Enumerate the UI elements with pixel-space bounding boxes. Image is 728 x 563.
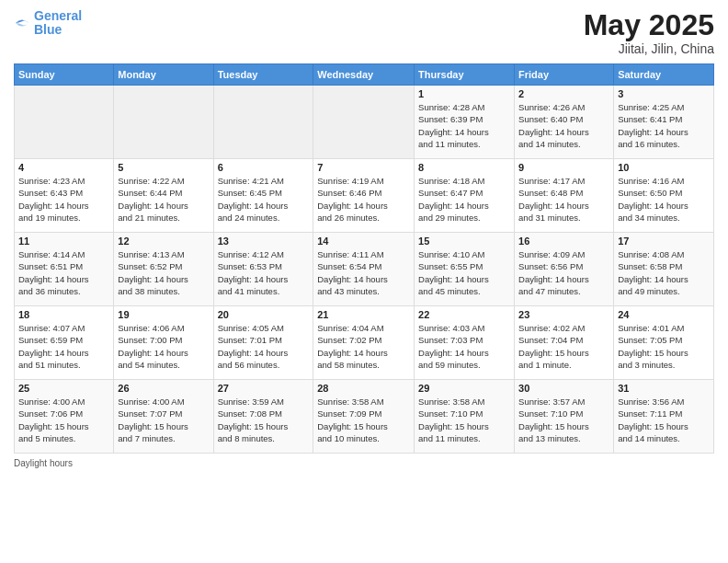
calendar-week-1: 4Sunrise: 4:23 AM Sunset: 6:43 PM Daylig… <box>15 159 714 233</box>
calendar-cell: 1Sunrise: 4:28 AM Sunset: 6:39 PM Daylig… <box>415 86 515 159</box>
logo-line1: General <box>34 9 82 23</box>
day-info: Sunrise: 4:01 AM Sunset: 7:05 PM Dayligh… <box>618 322 710 371</box>
calendar-cell: 20Sunrise: 4:05 AM Sunset: 7:01 PM Dayli… <box>213 306 313 380</box>
day-info: Sunrise: 3:56 AM Sunset: 7:11 PM Dayligh… <box>618 396 710 444</box>
subtitle: Jiitai, Jilin, China <box>584 41 714 56</box>
day-info: Sunrise: 4:10 AM Sunset: 6:55 PM Dayligh… <box>418 248 510 297</box>
footer-note: Daylight hours <box>14 458 714 468</box>
calendar-cell: 18Sunrise: 4:07 AM Sunset: 6:59 PM Dayli… <box>15 306 114 380</box>
calendar-cell: 23Sunrise: 4:02 AM Sunset: 7:04 PM Dayli… <box>515 306 614 380</box>
day-info: Sunrise: 4:00 AM Sunset: 7:07 PM Dayligh… <box>118 396 209 444</box>
main-title: May 2025 <box>584 9 714 41</box>
calendar-cell: 24Sunrise: 4:01 AM Sunset: 7:05 PM Dayli… <box>614 306 714 380</box>
calendar-cell: 10Sunrise: 4:16 AM Sunset: 6:50 PM Dayli… <box>614 159 714 233</box>
page: General Blue May 2025 Jiitai, Jilin, Chi… <box>0 0 728 563</box>
day-info: Sunrise: 4:22 AM Sunset: 6:44 PM Dayligh… <box>118 175 209 224</box>
day-number: 29 <box>418 383 510 394</box>
day-info: Sunrise: 3:57 AM Sunset: 7:10 PM Dayligh… <box>518 396 609 444</box>
calendar-cell: 8Sunrise: 4:18 AM Sunset: 6:47 PM Daylig… <box>415 159 515 233</box>
day-number: 16 <box>518 236 609 247</box>
calendar-header-tuesday: Tuesday <box>213 64 313 86</box>
calendar-cell: 17Sunrise: 4:08 AM Sunset: 6:58 PM Dayli… <box>614 233 714 306</box>
day-number: 5 <box>118 162 209 173</box>
day-number: 21 <box>317 309 410 320</box>
day-number: 2 <box>518 88 609 99</box>
day-info: Sunrise: 4:09 AM Sunset: 6:56 PM Dayligh… <box>518 248 609 297</box>
day-info: Sunrise: 4:07 AM Sunset: 6:59 PM Dayligh… <box>18 322 109 371</box>
logo-icon <box>14 15 30 31</box>
day-info: Sunrise: 4:16 AM Sunset: 6:50 PM Dayligh… <box>618 175 710 224</box>
day-info: Sunrise: 4:17 AM Sunset: 6:48 PM Dayligh… <box>518 175 609 224</box>
day-info: Sunrise: 4:19 AM Sunset: 6:46 PM Dayligh… <box>317 175 410 224</box>
calendar-cell <box>15 86 114 159</box>
day-number: 11 <box>18 236 109 247</box>
calendar-cell: 22Sunrise: 4:03 AM Sunset: 7:03 PM Dayli… <box>415 306 515 380</box>
day-info: Sunrise: 4:14 AM Sunset: 6:51 PM Dayligh… <box>18 248 109 297</box>
calendar-cell: 31Sunrise: 3:56 AM Sunset: 7:11 PM Dayli… <box>614 380 714 454</box>
day-info: Sunrise: 4:03 AM Sunset: 7:03 PM Dayligh… <box>418 322 510 371</box>
day-number: 27 <box>218 383 310 394</box>
calendar-header-wednesday: Wednesday <box>313 64 415 86</box>
day-info: Sunrise: 4:26 AM Sunset: 6:40 PM Dayligh… <box>518 101 609 150</box>
calendar-week-0: 1Sunrise: 4:28 AM Sunset: 6:39 PM Daylig… <box>15 86 714 159</box>
calendar-header-row: SundayMondayTuesdayWednesdayThursdayFrid… <box>15 64 714 86</box>
day-info: Sunrise: 4:21 AM Sunset: 6:45 PM Dayligh… <box>218 175 310 224</box>
calendar-cell: 13Sunrise: 4:12 AM Sunset: 6:53 PM Dayli… <box>213 233 313 306</box>
calendar-header-thursday: Thursday <box>415 64 515 86</box>
calendar-cell: 19Sunrise: 4:06 AM Sunset: 7:00 PM Dayli… <box>114 306 213 380</box>
day-number: 22 <box>418 309 510 320</box>
day-number: 15 <box>418 236 510 247</box>
calendar-cell: 25Sunrise: 4:00 AM Sunset: 7:06 PM Dayli… <box>15 380 114 454</box>
calendar-cell: 7Sunrise: 4:19 AM Sunset: 6:46 PM Daylig… <box>313 159 415 233</box>
day-number: 6 <box>218 162 310 173</box>
calendar-cell: 6Sunrise: 4:21 AM Sunset: 6:45 PM Daylig… <box>213 159 313 233</box>
day-number: 17 <box>618 236 710 247</box>
day-number: 23 <box>518 309 609 320</box>
logo-line2: Blue <box>34 23 82 37</box>
day-info: Sunrise: 4:18 AM Sunset: 6:47 PM Dayligh… <box>418 175 510 224</box>
calendar-cell: 11Sunrise: 4:14 AM Sunset: 6:51 PM Dayli… <box>15 233 114 306</box>
calendar-cell <box>313 86 415 159</box>
day-number: 26 <box>118 383 209 394</box>
logo: General Blue <box>14 9 82 38</box>
day-info: Sunrise: 4:00 AM Sunset: 7:06 PM Dayligh… <box>18 396 109 444</box>
calendar-header-friday: Friday <box>515 64 614 86</box>
day-number: 30 <box>518 383 609 394</box>
day-number: 12 <box>118 236 209 247</box>
day-info: Sunrise: 3:58 AM Sunset: 7:09 PM Dayligh… <box>317 396 410 444</box>
day-number: 10 <box>618 162 710 173</box>
calendar-header-saturday: Saturday <box>614 64 714 86</box>
calendar-cell: 4Sunrise: 4:23 AM Sunset: 6:43 PM Daylig… <box>15 159 114 233</box>
day-number: 1 <box>418 88 510 99</box>
day-info: Sunrise: 4:13 AM Sunset: 6:52 PM Dayligh… <box>118 248 209 297</box>
day-number: 25 <box>18 383 109 394</box>
calendar-cell: 15Sunrise: 4:10 AM Sunset: 6:55 PM Dayli… <box>415 233 515 306</box>
calendar-cell: 28Sunrise: 3:58 AM Sunset: 7:09 PM Dayli… <box>313 380 415 454</box>
calendar-cell: 3Sunrise: 4:25 AM Sunset: 6:41 PM Daylig… <box>614 86 714 159</box>
calendar-cell <box>213 86 313 159</box>
calendar-week-4: 25Sunrise: 4:00 AM Sunset: 7:06 PM Dayli… <box>15 380 714 454</box>
title-block: May 2025 Jiitai, Jilin, China <box>584 9 714 56</box>
day-number: 8 <box>418 162 510 173</box>
day-number: 9 <box>518 162 609 173</box>
day-info: Sunrise: 4:25 AM Sunset: 6:41 PM Dayligh… <box>618 101 710 150</box>
calendar-cell: 26Sunrise: 4:00 AM Sunset: 7:07 PM Dayli… <box>114 380 213 454</box>
calendar-cell: 9Sunrise: 4:17 AM Sunset: 6:48 PM Daylig… <box>515 159 614 233</box>
calendar-cell: 2Sunrise: 4:26 AM Sunset: 6:40 PM Daylig… <box>515 86 614 159</box>
day-number: 20 <box>218 309 310 320</box>
day-number: 13 <box>218 236 310 247</box>
header: General Blue May 2025 Jiitai, Jilin, Chi… <box>14 9 714 56</box>
calendar-body: 1Sunrise: 4:28 AM Sunset: 6:39 PM Daylig… <box>15 86 714 454</box>
day-number: 19 <box>118 309 209 320</box>
day-info: Sunrise: 3:58 AM Sunset: 7:10 PM Dayligh… <box>418 396 510 444</box>
day-number: 28 <box>317 383 410 394</box>
calendar-cell: 16Sunrise: 4:09 AM Sunset: 6:56 PM Dayli… <box>515 233 614 306</box>
day-info: Sunrise: 4:08 AM Sunset: 6:58 PM Dayligh… <box>618 248 710 297</box>
calendar-header-monday: Monday <box>114 64 213 86</box>
day-info: Sunrise: 4:05 AM Sunset: 7:01 PM Dayligh… <box>218 322 310 371</box>
calendar-cell: 30Sunrise: 3:57 AM Sunset: 7:10 PM Dayli… <box>515 380 614 454</box>
calendar-cell: 29Sunrise: 3:58 AM Sunset: 7:10 PM Dayli… <box>415 380 515 454</box>
calendar-cell: 21Sunrise: 4:04 AM Sunset: 7:02 PM Dayli… <box>313 306 415 380</box>
day-info: Sunrise: 4:28 AM Sunset: 6:39 PM Dayligh… <box>418 101 510 150</box>
calendar-header-sunday: Sunday <box>15 64 114 86</box>
